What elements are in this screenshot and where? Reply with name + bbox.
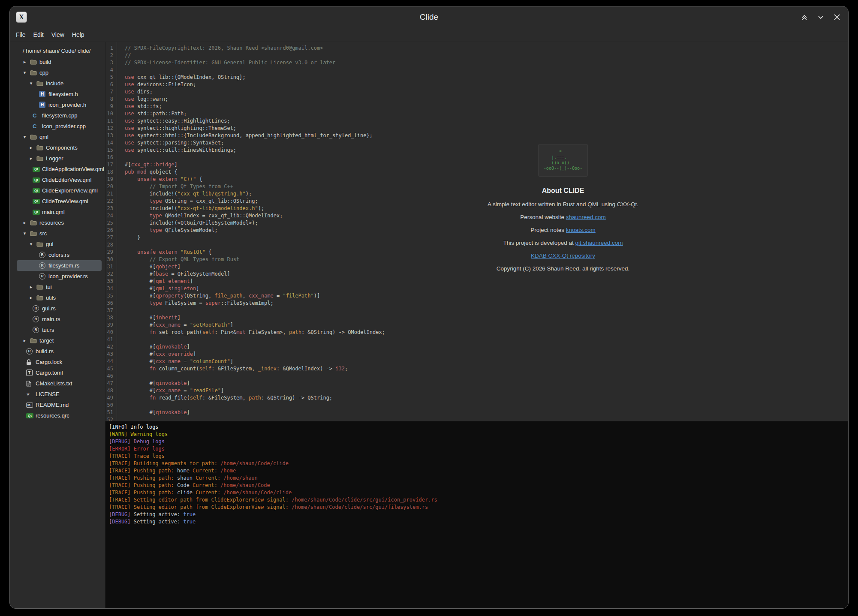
code-editor[interactable]: 1// SPDX-FileCopyrightText: 2026, Shaun … <box>105 42 848 421</box>
line-number: 32 <box>105 270 117 278</box>
tree-item-clideapplicationview-qml[interactable]: QtClideApplicationView.qml <box>10 164 105 174</box>
tree-item-components[interactable]: ▸Components <box>10 142 105 153</box>
line-number: 43 <box>105 351 117 358</box>
tree-item-tui[interactable]: ▸tui <box>10 282 105 292</box>
code-text: #[qinvokable] <box>117 343 190 351</box>
tree-item-gui-rs[interactable]: Rgui.rs <box>10 303 105 314</box>
code-text: type QFileSystemModel; <box>117 227 218 234</box>
code-text: use syntect::util::LinesWithEndings; <box>117 147 236 154</box>
tree-item-tui-rs[interactable]: Rtui.rs <box>10 325 105 335</box>
external-link[interactable]: git.shaunreed.com <box>575 240 623 246</box>
tree-item-icon-provider-h[interactable]: Hicon_provider.h <box>10 99 105 110</box>
toml-file-icon: T <box>26 370 35 376</box>
roll-down-button[interactable] <box>816 12 826 22</box>
tree-item-readme-md[interactable]: M↓README.md <box>10 400 105 410</box>
external-link[interactable]: shaunreed.com <box>566 214 606 220</box>
app-window: X Clide FileEditViewHelp / home/ shaun/ … <box>9 6 849 609</box>
line-number: 7 <box>105 88 117 96</box>
tree-item-qml[interactable]: ▾qml <box>10 132 105 142</box>
tree-item-cpp[interactable]: ▾cpp <box>10 67 105 78</box>
qt-file-icon: Qt <box>33 199 41 204</box>
chevron-down-icon[interactable]: ▾ <box>22 134 27 140</box>
code-line: 4 <box>105 66 848 74</box>
chevron-right-icon[interactable]: ▸ <box>28 156 34 161</box>
line-number: 11 <box>105 117 117 125</box>
chevron-right-icon[interactable]: ▸ <box>22 59 27 65</box>
close-button[interactable] <box>832 12 842 22</box>
tree-item-include[interactable]: ▾include <box>10 78 105 89</box>
chevron-right-icon[interactable]: ▸ <box>22 220 27 225</box>
menu-item-edit[interactable]: Edit <box>30 30 47 40</box>
tree-item-src[interactable]: ▾src <box>10 228 105 239</box>
line-number: 15 <box>105 147 117 154</box>
code-text: pub mod qobject { <box>117 168 178 176</box>
tree-item-icon-provider-cpp[interactable]: Cicon_provider.cpp <box>10 121 105 132</box>
chevron-down-icon[interactable]: ▾ <box>22 231 27 236</box>
line-number: 21 <box>105 190 117 198</box>
chevron-right-icon[interactable]: ▸ <box>28 295 34 300</box>
tree-item-logger[interactable]: ▸Logger <box>10 153 105 164</box>
tree-item-filesystem-cpp[interactable]: Cfilesystem.cpp <box>10 110 105 121</box>
tree-item-cargo-lock[interactable]: Cargo.lock <box>10 357 105 367</box>
line-number: 8 <box>105 96 117 103</box>
tree-item-clideexplorerview-qml[interactable]: QtClideExplorerView.qml <box>10 185 105 196</box>
tree-item-filesystem-rs[interactable]: Rfilesystem.rs <box>17 260 102 271</box>
tree-item-filesystem-h[interactable]: Hfilesystem.h <box>10 89 105 99</box>
chevron-right-icon[interactable]: ▸ <box>22 338 27 343</box>
code-text: #[qml_singleton] <box>117 285 199 292</box>
log-line: [TRACE] Setting editor path from ClideEx… <box>109 496 845 504</box>
tree-item-build-rs[interactable]: Rbuild.rs <box>10 346 105 357</box>
tree-item-label: ClideExplorerView.qml <box>42 187 98 194</box>
roll-up-button[interactable] <box>799 12 810 22</box>
chevron-down-icon[interactable]: ▾ <box>22 70 27 75</box>
tree-item-gui[interactable]: ▾gui <box>10 239 105 249</box>
tree-item-clideeditorview-qml[interactable]: QtClideEditorView.qml <box>10 174 105 185</box>
tree-item-clidetreeview-qml[interactable]: QtClideTreeView.qml <box>10 196 105 207</box>
tree-item-main-qml[interactable]: Qtmain.qml <box>10 207 105 217</box>
tree-item-resources[interactable]: ▸resources <box>10 217 105 228</box>
line-number: 12 <box>105 125 117 132</box>
code-line: 6use devicons::FileIcon; <box>105 81 848 88</box>
chevron-right-icon[interactable]: ▸ <box>28 145 34 150</box>
menu-item-help[interactable]: Help <box>69 30 88 40</box>
code-text: } <box>117 234 140 241</box>
tree-item-colors-rs[interactable]: Rcolors.rs <box>10 249 105 260</box>
code-text <box>117 66 125 74</box>
menu-item-view[interactable]: View <box>48 30 68 40</box>
code-text: #[cxx_qt::bridge] <box>117 161 178 168</box>
tree-item-build[interactable]: ▸build <box>10 57 105 67</box>
log-line: [WARN] Warning logs <box>109 431 845 438</box>
tree-item-cmakelists-txt[interactable]: CMakeLists.txt <box>10 378 105 389</box>
header-file-icon: H <box>39 102 48 108</box>
tree-item-target[interactable]: ▸target <box>10 335 105 346</box>
folder-icon <box>30 231 39 236</box>
code-line: 40 fn set_root_path(self: Pin<&mut FileS… <box>105 329 848 336</box>
tree-item-label: colors.rs <box>48 252 69 258</box>
log-line: [DEBUG] Setting active: true <box>109 511 845 518</box>
external-link[interactable]: knoats.com <box>566 227 596 233</box>
tree-item-label: icon_provider.rs <box>48 273 88 279</box>
tree-item-main-rs[interactable]: Rmain.rs <box>10 314 105 325</box>
rust-file-icon: R <box>33 305 41 312</box>
tree-item-cargo-toml[interactable]: TCargo.toml <box>10 367 105 378</box>
log-line: [TRACE] Pushing path: home Current: /hom… <box>109 467 845 475</box>
menu-item-file[interactable]: File <box>12 30 29 40</box>
chevron-down-icon[interactable]: ▾ <box>28 241 34 247</box>
tree-item-license[interactable]: ★LICENSE <box>10 389 105 400</box>
qt-file-icon: Qt <box>33 188 41 193</box>
line-number: 30 <box>105 256 117 263</box>
log-panel[interactable]: [INFO] Info logs[WARN] Warning logs[DEBU… <box>105 421 848 608</box>
titlebar[interactable]: X Clide <box>10 6 848 28</box>
external-link[interactable]: KDAB CXX-Qt repository <box>531 252 595 259</box>
code-text: fn column_count(self: &FileSystem, _inde… <box>117 365 348 373</box>
line-number: 27 <box>105 234 117 241</box>
chevron-down-icon[interactable]: ▾ <box>28 81 34 86</box>
code-line: 52 <box>105 416 848 421</box>
chevron-right-icon[interactable]: ▸ <box>28 284 34 290</box>
tree-item-icon-provider-rs[interactable]: Ricon_provider.rs <box>10 271 105 282</box>
line-number: 26 <box>105 227 117 234</box>
markdown-file-icon: M↓ <box>26 403 35 408</box>
tree-item-utils[interactable]: ▸utils <box>10 292 105 303</box>
line-number: 36 <box>105 300 117 307</box>
tree-item-resources-qrc[interactable]: Qtresources.qrc <box>10 410 105 421</box>
